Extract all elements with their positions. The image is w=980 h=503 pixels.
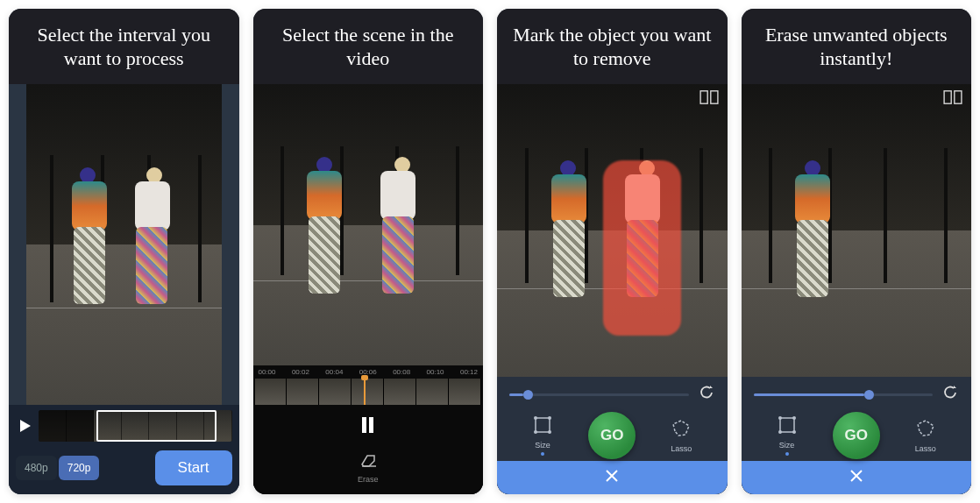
video-preview [26,84,222,405]
screenshot-panel-3: Mark the object you want to remove [497,9,728,494]
bottom-controls: Size GO Lasso [742,377,972,494]
svg-point-13 [778,430,782,434]
video-preview [253,84,484,365]
lasso-label: Lasso [670,444,692,453]
erase-icon[interactable] [359,452,378,471]
playhead[interactable] [364,379,366,405]
go-button[interactable]: GO [588,412,636,459]
video-preview[interactable] [742,84,972,377]
svg-point-11 [778,416,782,420]
panel-caption: Erase unwanted objects instantly! [742,9,972,84]
time-label: 00:10 [427,368,444,376]
panel-caption: Select the interval you want to process [9,9,239,84]
svg-rect-10 [780,418,794,432]
phone-screen: 00:00 00:02 00:04 00:06 00:08 00:10 00:1… [253,84,484,494]
size-label: Size [776,441,799,450]
phone-screen: Size GO Lasso [497,84,728,494]
close-button[interactable] [497,461,728,494]
svg-point-6 [534,430,537,434]
refresh-icon[interactable] [698,384,715,405]
play-button[interactable] [16,414,35,438]
time-label: 00:08 [393,368,410,376]
active-indicator-dot [785,452,789,456]
svg-point-12 [792,416,796,420]
compare-icon[interactable] [943,89,962,105]
person-1 [285,157,363,326]
phone-screen: Size GO Lasso [742,84,972,494]
go-button[interactable]: GO [833,412,880,459]
lasso-label: Lasso [914,444,937,453]
phone-screen: 480p 720p Start [9,84,239,494]
svg-point-5 [548,416,551,420]
erase-label: Erase [253,475,484,484]
scrub-bar [742,377,972,407]
screenshot-panel-4: Erase unwanted objects instantly! [742,9,972,494]
scrub-knob[interactable] [523,390,533,400]
svg-rect-8 [944,91,951,103]
video-preview[interactable] [497,84,728,377]
person-1 [529,160,607,336]
scrub-track[interactable] [754,393,934,396]
size-tool[interactable]: Size [531,415,554,456]
close-button[interactable] [742,461,972,494]
bottom-controls: 480p 720p Start [9,405,239,494]
res-720p-button[interactable]: 720p [59,456,100,480]
bottom-controls: Size GO Lasso [497,377,728,494]
svg-rect-2 [710,91,717,103]
pause-button[interactable] [362,417,373,433]
lasso-tool[interactable]: Lasso [670,419,692,453]
screenshot-panel-2: Select the scene in the video 00:00 00:0… [253,9,484,494]
time-label: 00:00 [259,368,276,376]
time-label: 00:02 [292,368,309,376]
size-label: Size [531,441,554,450]
svg-point-14 [792,430,796,434]
resolution-picker: 480p 720p [16,456,99,480]
time-label: 00:12 [460,368,478,376]
svg-rect-3 [536,418,550,432]
person-2 [359,157,437,326]
timeline-labels: 00:00 00:02 00:04 00:06 00:08 00:10 00:1… [253,365,484,379]
svg-rect-9 [955,91,962,103]
object-mask[interactable] [603,160,681,336]
interval-timeline [16,410,232,442]
svg-rect-1 [700,91,707,103]
scrub-knob[interactable] [864,390,874,400]
res-480p-button[interactable]: 480p [16,456,57,480]
selection-range[interactable] [96,410,217,442]
active-indicator-dot [541,452,544,456]
compare-icon[interactable] [699,89,719,105]
time-label: 00:04 [325,368,343,376]
person-2 [116,167,182,360]
start-button[interactable]: Start [155,450,232,485]
screenshot-panel-1: Select the interval you want to process [9,9,239,494]
svg-point-4 [534,416,537,420]
panel-caption: Mark the object you want to remove [497,9,728,84]
panel-caption: Select the scene in the video [253,9,484,84]
refresh-icon[interactable] [941,384,959,405]
lasso-tool[interactable]: Lasso [914,419,937,453]
size-tool[interactable]: Size [776,415,799,456]
timeline-thumbnails[interactable] [39,410,232,442]
person-1 [773,160,851,336]
bottom-controls: 00:00 00:02 00:04 00:06 00:08 00:10 00:1… [253,365,484,494]
svg-point-7 [548,430,551,434]
scene-timeline[interactable] [255,379,482,405]
person-1 [53,167,120,360]
scrub-track[interactable] [509,393,689,396]
scrub-bar [497,377,728,407]
